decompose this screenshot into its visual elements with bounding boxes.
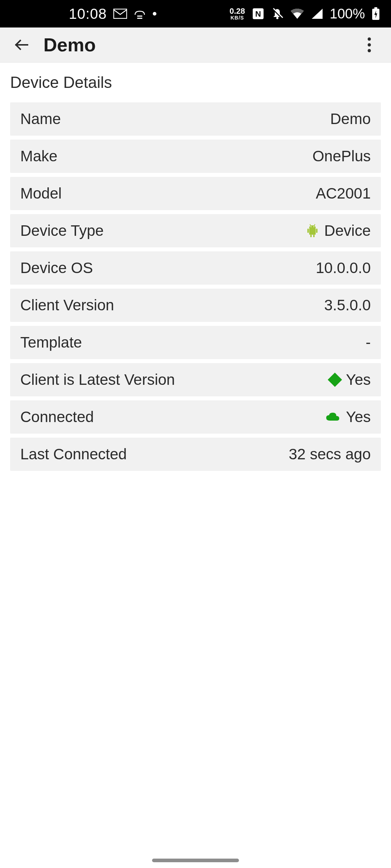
svg-rect-10 [374, 7, 377, 9]
data-speed-value: 0.28 [230, 7, 245, 15]
svg-line-20 [314, 224, 315, 226]
svg-text:N: N [255, 9, 261, 18]
svg-rect-14 [309, 228, 316, 235]
data-speed-unit: KB/S [231, 15, 244, 20]
svg-rect-16 [316, 229, 318, 233]
android-icon [306, 224, 319, 238]
status-right: 0.28 KB/S N 100% [230, 6, 380, 22]
row-value: Device [306, 222, 371, 239]
back-button[interactable] [7, 30, 36, 59]
app-title: Demo [43, 34, 96, 56]
row-name[interactable]: Name Demo [10, 102, 381, 136]
row-label: Client Version [20, 297, 114, 314]
nfc-icon: N [252, 7, 265, 20]
svg-rect-18 [313, 235, 315, 237]
gmail-icon [113, 9, 127, 19]
status-time: 10:08 [69, 6, 107, 22]
battery-charging-icon [371, 7, 380, 21]
svg-point-22 [313, 226, 314, 227]
row-make[interactable]: Make OnePlus [10, 140, 381, 173]
row-label: Template [20, 334, 82, 351]
row-value: - [366, 334, 371, 351]
svg-rect-17 [310, 235, 312, 237]
home-indicator[interactable] [152, 859, 239, 862]
row-label: Device OS [20, 259, 93, 277]
row-client-version[interactable]: Client Version 3.5.0.0 [10, 289, 381, 322]
system-icon [134, 8, 146, 20]
content: Device Details Name Demo Make OnePlus Mo… [0, 63, 391, 471]
dot-icon [152, 12, 157, 16]
row-label: Last Connected [20, 446, 127, 463]
latest-text: Yes [346, 371, 371, 388]
wifi-icon [290, 8, 304, 20]
row-label: Device Type [20, 222, 104, 239]
row-value: AC2001 [316, 185, 371, 202]
svg-point-6 [276, 17, 278, 19]
svg-point-12 [368, 43, 371, 47]
row-label: Model [20, 185, 62, 202]
row-connected[interactable]: Connected Yes [10, 400, 381, 434]
svg-rect-1 [137, 16, 142, 17]
svg-rect-0 [114, 9, 127, 18]
row-device-type[interactable]: Device Type Dev [10, 214, 381, 247]
row-label: Connected [20, 408, 94, 426]
arrow-left-icon [13, 36, 30, 54]
status-bar: 10:08 0.28 KB/S N 100% [0, 0, 391, 27]
svg-rect-2 [137, 18, 142, 19]
row-value: OnePlus [312, 148, 371, 165]
row-value: 10.0.0.0 [316, 259, 371, 277]
svg-point-13 [368, 49, 371, 52]
row-device-os[interactable]: Device OS 10.0.0.0 [10, 251, 381, 285]
row-latest-version[interactable]: Client is Latest Version Yes [10, 363, 381, 396]
svg-point-11 [368, 38, 371, 41]
row-label: Client is Latest Version [20, 371, 175, 388]
row-value: 32 secs ago [289, 446, 371, 463]
signal-icon [311, 8, 323, 20]
row-value: 3.5.0.0 [324, 297, 371, 314]
diamond-icon [328, 373, 342, 387]
connected-text: Yes [346, 408, 371, 426]
battery-percent: 100% [330, 6, 365, 22]
notifications-off-icon [271, 8, 283, 20]
more-vert-icon [367, 37, 371, 53]
data-speed: 0.28 KB/S [230, 7, 245, 20]
row-label: Name [20, 110, 61, 128]
row-value: Yes [325, 408, 371, 426]
row-last-connected[interactable]: Last Connected 32 secs ago [10, 438, 381, 471]
row-model[interactable]: Model AC2001 [10, 177, 381, 210]
row-label: Make [20, 148, 58, 165]
app-bar: Demo [0, 27, 391, 63]
svg-rect-15 [307, 229, 309, 233]
details-list: Name Demo Make OnePlus Model AC2001 Devi… [0, 102, 391, 471]
section-title: Device Details [0, 63, 391, 102]
svg-line-19 [310, 224, 311, 226]
overflow-menu-button[interactable] [355, 30, 384, 59]
device-type-text: Device [324, 222, 371, 239]
svg-point-3 [153, 12, 156, 16]
row-value: Demo [330, 110, 371, 128]
row-template[interactable]: Template - [10, 326, 381, 359]
cloud-icon [325, 412, 340, 422]
row-value: Yes [330, 371, 371, 388]
status-left: 10:08 [69, 6, 157, 22]
svg-point-21 [310, 226, 311, 227]
